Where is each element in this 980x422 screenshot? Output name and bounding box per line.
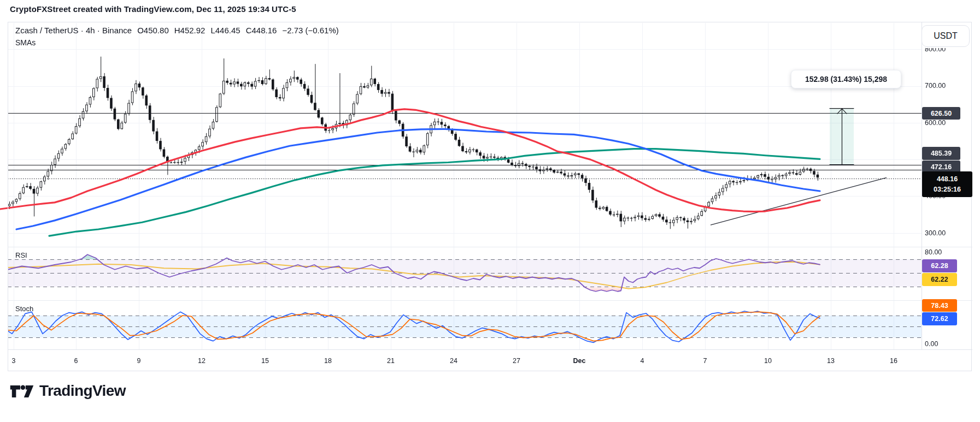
time-axis-label: 16 xyxy=(890,356,897,365)
symbol-title[interactable]: Zcash / TetherUS · 4h · Binance xyxy=(15,26,132,35)
price-axis-label: 0.00 xyxy=(925,340,938,348)
time-axis-label: 21 xyxy=(387,356,395,365)
time-axis-label: 27 xyxy=(513,356,520,365)
time-axis-label: 10 xyxy=(764,356,772,365)
legend-rsi[interactable]: RSI xyxy=(15,251,27,259)
price-axis-badge: 78.43 xyxy=(922,299,957,312)
legend-smas[interactable]: SMAs xyxy=(15,38,36,47)
ohlc-open: O450.80 xyxy=(137,26,169,35)
time-axis-label: 6 xyxy=(74,356,78,365)
time-axis-label: 15 xyxy=(261,356,269,365)
time-axis-label: 13 xyxy=(827,356,835,365)
attribution-header: CryptoFXStreet created with TradingView.… xyxy=(10,4,296,14)
price-axis-badge: 62.28 xyxy=(922,259,957,272)
price-axis-badge: 485.39 xyxy=(922,147,960,160)
tradingview-logo[interactable]: TradingView xyxy=(10,382,126,400)
time-axis-label: 12 xyxy=(198,356,206,365)
last-price-badge: 448.1603:25:16 xyxy=(922,171,972,197)
time-axis-label: 3 xyxy=(12,356,16,365)
bar-countdown: 03:25:16 xyxy=(934,185,961,195)
tradingview-logo-text: TradingView xyxy=(39,382,126,400)
time-axis-label: 7 xyxy=(703,356,707,365)
measurement-tooltip: 152.98 (31.43%) 15,298 xyxy=(791,70,901,88)
pane-separator-rsi[interactable] xyxy=(8,247,972,247)
price-axis-badge: 62.22 xyxy=(922,273,957,286)
change-value: −2.73 (−0.61%) xyxy=(282,26,338,35)
time-axis-label: 4 xyxy=(641,356,644,365)
ohlc-high: H452.92 xyxy=(174,26,206,35)
tradingview-logo-icon xyxy=(10,383,34,400)
time-axis-label: 9 xyxy=(137,356,141,365)
last-price-value: 448.16 xyxy=(937,174,958,185)
symbol-info-row: Zcash / TetherUS · 4h · Binance O450.80 … xyxy=(15,26,339,35)
time-axis-label: 18 xyxy=(324,356,332,365)
ohlc-low: L446.45 xyxy=(210,26,240,35)
legend-stoch[interactable]: Stoch xyxy=(15,305,33,313)
price-axis-label: 600.00 xyxy=(925,119,946,127)
price-axis-label: 300.00 xyxy=(925,229,946,237)
ohlc-close: C448.16 xyxy=(246,26,277,35)
price-axis-label: 700.00 xyxy=(925,82,946,90)
tradingview-screenshot: CryptoFXStreet created with TradingView.… xyxy=(0,0,980,422)
time-axis-label: 24 xyxy=(450,356,457,365)
price-axis-badge: 72.62 xyxy=(922,312,957,325)
time-axis-label: Dec xyxy=(573,356,586,365)
price-axis-label: 80.00 xyxy=(925,248,942,256)
price-axis-badge: 626.50 xyxy=(922,107,960,120)
pane-separator-stoch[interactable] xyxy=(8,300,972,301)
